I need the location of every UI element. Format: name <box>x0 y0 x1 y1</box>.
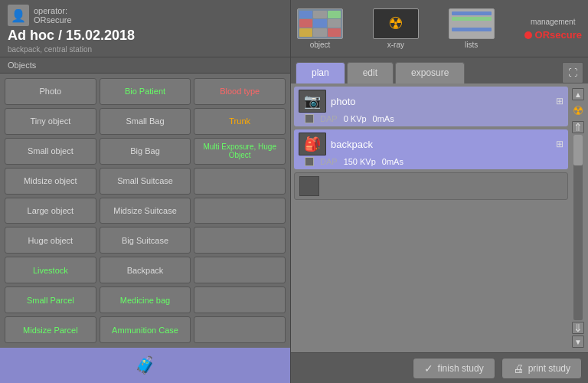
finish-study-icon: ✓ <box>424 362 433 375</box>
study-item-header: 🎒backpack⊞ <box>299 133 564 155</box>
object-button[interactable]: Small Parcel <box>5 286 96 313</box>
object-button[interactable]: Bio Patient <box>100 78 191 105</box>
scroll-btn-arrow-down2[interactable]: ⇓ <box>572 322 584 334</box>
nav-lists-label: lists <box>465 41 478 49</box>
mas-value: 0mAs <box>373 114 394 123</box>
object-button[interactable]: Midsize Parcel <box>5 316 96 343</box>
brand-name: ORsecure <box>535 29 582 41</box>
operator-label: operator: <box>34 6 72 15</box>
object-button[interactable]: Small Bag <box>100 108 191 135</box>
right-panel: planeditexposure⛶ 📷photo⊞DAP0 KVp0mAs🎒ba… <box>291 57 588 383</box>
kvp-value: 150 KVp <box>344 157 376 166</box>
study-scrollbar: ▲ ☢ ⇑ ⇓ ▼ <box>571 87 585 349</box>
study-item-header: 📷photo⊞ <box>299 90 564 113</box>
study-item-checkbox[interactable] <box>305 114 314 123</box>
object-row: LivestockBackpack <box>5 257 286 283</box>
finish-study-label: finish study <box>438 363 484 374</box>
object-row: Small ParcelMedicine bag <box>5 286 286 313</box>
study-item-details: DAP0 KVp0mAs <box>299 114 564 123</box>
ad-hoc-title: Ad hoc / 15.02.2018 <box>8 28 283 44</box>
object-button[interactable]: Trunk <box>194 108 286 135</box>
tab-exposure[interactable]: exposure <box>395 62 465 83</box>
finish-study-button[interactable]: ✓finish study <box>413 358 495 379</box>
nav-management-label: management <box>531 18 575 26</box>
study-item-photo[interactable]: 📷photo⊞DAP0 KVp0mAs <box>294 87 568 126</box>
print-study-label: print study <box>528 363 570 374</box>
study-item-expand-icon[interactable]: ⊞ <box>556 96 564 106</box>
study-item-name: photo <box>331 96 551 107</box>
study-item-name: backpack <box>331 139 551 150</box>
object-button[interactable] <box>194 286 286 313</box>
object-row: Huge objectBig Suitcase <box>5 227 286 254</box>
print-study-icon: 🖨 <box>513 362 524 375</box>
nav-lists[interactable]: lists <box>449 8 495 49</box>
dap-label: DAP <box>320 114 338 123</box>
object-button[interactable] <box>194 227 286 254</box>
operator-icon: 👤 <box>8 5 29 26</box>
study-item-backpack[interactable]: 🎒backpack⊞DAP150 KVp0mAs <box>294 129 568 169</box>
scroll-thumb[interactable] <box>573 135 583 165</box>
study-content: 📷photo⊞DAP0 KVp0mAs🎒backpack⊞DAP150 KVp0… <box>291 83 588 352</box>
breadcrumb: backpack, central station <box>8 45 283 54</box>
object-row: Small objectBig BagMulti Exposure, Huge … <box>5 138 286 165</box>
radiation-icon: ☢ <box>573 103 583 118</box>
objects-header: Objects <box>0 57 290 74</box>
operator-info: operator: ORsecure <box>34 6 72 25</box>
object-button[interactable]: Tiny object <box>5 108 96 135</box>
object-thumb <box>297 8 343 39</box>
tab-plan[interactable]: plan <box>296 62 345 83</box>
nav-xray[interactable]: ☢ x-ray <box>373 8 419 49</box>
bottom-bar: ✓finish study🖨print study <box>291 352 588 383</box>
study-item-details: DAP150 KVp0mAs <box>299 157 564 166</box>
nav-object[interactable]: object <box>297 8 343 49</box>
scroll-btn-arrow-up2[interactable]: ⇑ <box>572 121 584 133</box>
left-footer-button[interactable]: 🧳 <box>0 348 290 383</box>
object-button[interactable]: Backpack <box>100 257 191 283</box>
top-bar: 👤 operator: ORsecure Ad hoc / 15.02.2018… <box>0 0 588 57</box>
xray-thumb: ☢ <box>373 8 419 39</box>
mas-value: 0mAs <box>382 157 403 166</box>
nav-object-label: object <box>310 41 331 49</box>
print-study-button[interactable]: 🖨print study <box>501 358 582 379</box>
tab-edit[interactable]: edit <box>347 62 394 83</box>
object-button[interactable]: Medicine bag <box>100 286 191 313</box>
objects-grid: PhotoBio PatientBlood typeTiny objectSma… <box>0 74 290 348</box>
object-button[interactable]: Huge object <box>5 227 96 254</box>
kvp-value: 0 KVp <box>344 114 367 123</box>
empty-thumb <box>299 176 319 196</box>
main-layout: Objects PhotoBio PatientBlood typeTiny o… <box>0 57 588 383</box>
top-bar-left: 👤 operator: ORsecure Ad hoc / 15.02.2018… <box>0 0 291 57</box>
object-button[interactable]: Small object <box>5 138 96 165</box>
object-row: Midsize objectSmall Suitcase <box>5 168 286 195</box>
object-button[interactable] <box>194 257 286 283</box>
left-panel: Objects PhotoBio PatientBlood typeTiny o… <box>0 57 291 383</box>
operator-name: ORsecure <box>34 15 72 25</box>
operator-row: 👤 operator: ORsecure <box>8 5 283 26</box>
tabs-row: planeditexposure⛶ <box>291 57 588 83</box>
study-item-checkbox[interactable] <box>305 157 314 166</box>
object-button[interactable]: Livestock <box>5 257 96 283</box>
nav-xray-label: x-ray <box>387 41 404 49</box>
study-item-empty <box>294 172 568 200</box>
fullscreen-button[interactable]: ⛶ <box>562 62 583 83</box>
object-button[interactable]: Multi Exposure, Huge Object <box>194 138 286 165</box>
scroll-down-button[interactable]: ▼ <box>572 336 584 348</box>
object-button[interactable]: Blood type <box>194 78 286 105</box>
object-button[interactable]: Photo <box>5 78 96 105</box>
object-button[interactable]: Big Suitcase <box>100 227 191 254</box>
orsecure-brand: ORsecure <box>524 29 582 41</box>
object-row: Large objectMidsize Suitcase <box>5 198 286 224</box>
object-button[interactable]: Large object <box>5 198 96 224</box>
object-button[interactable] <box>194 168 286 195</box>
object-button[interactable]: Big Bag <box>100 138 191 165</box>
object-button[interactable] <box>194 198 286 224</box>
object-button[interactable]: Small Suitcase <box>100 168 191 195</box>
object-button[interactable]: Midsize object <box>5 168 96 195</box>
study-item-expand-icon[interactable]: ⊞ <box>556 139 564 149</box>
object-row: Tiny objectSmall BagTrunk <box>5 108 286 135</box>
object-button[interactable] <box>194 316 286 343</box>
study-item-thumb: 📷 <box>299 90 326 113</box>
object-button[interactable]: Ammunition Case <box>100 316 191 343</box>
scroll-up-button[interactable]: ▲ <box>572 88 584 100</box>
object-button[interactable]: Midsize Suitcase <box>100 198 191 224</box>
